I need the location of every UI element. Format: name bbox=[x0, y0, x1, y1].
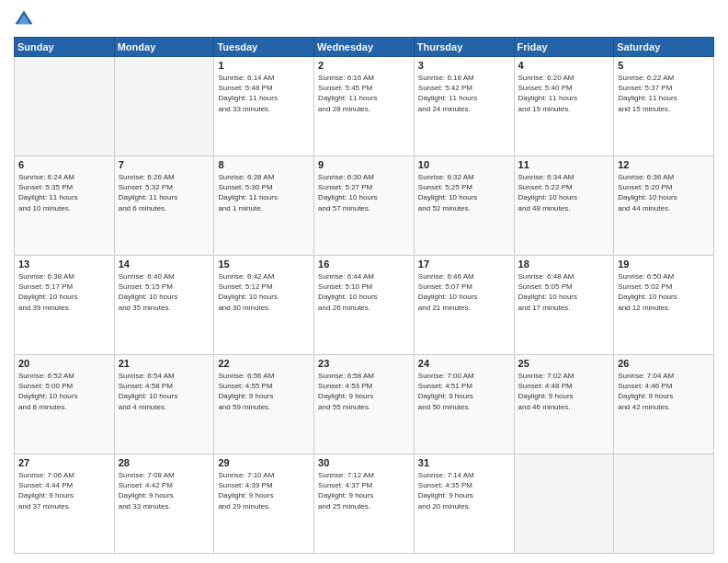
day-info: Sunrise: 6:34 AM Sunset: 5:22 PM Dayligh… bbox=[518, 172, 610, 213]
calendar-cell: 29Sunrise: 7:10 AM Sunset: 4:39 PM Dayli… bbox=[214, 454, 314, 554]
day-info: Sunrise: 6:38 AM Sunset: 5:17 PM Dayligh… bbox=[18, 271, 110, 313]
day-info: Sunrise: 6:28 AM Sunset: 5:30 PM Dayligh… bbox=[218, 172, 310, 213]
weekday-header-friday: Friday bbox=[514, 38, 614, 57]
day-number: 27 bbox=[18, 457, 110, 468]
day-number: 26 bbox=[618, 358, 710, 369]
calendar-cell: 27Sunrise: 7:06 AM Sunset: 4:44 PM Dayli… bbox=[15, 454, 115, 554]
day-number: 18 bbox=[518, 259, 610, 270]
day-info: Sunrise: 6:54 AM Sunset: 4:58 PM Dayligh… bbox=[119, 371, 210, 412]
day-number: 29 bbox=[218, 457, 310, 468]
calendar-cell: 6Sunrise: 6:24 AM Sunset: 5:35 PM Daylig… bbox=[15, 156, 115, 256]
day-info: Sunrise: 6:22 AM Sunset: 5:37 PM Dayligh… bbox=[618, 73, 710, 114]
day-info: Sunrise: 6:24 AM Sunset: 5:35 PM Dayligh… bbox=[18, 172, 110, 213]
day-number: 19 bbox=[618, 259, 710, 270]
calendar-cell: 24Sunrise: 7:00 AM Sunset: 4:51 PM Dayli… bbox=[414, 355, 514, 454]
calendar-cell: 2Sunrise: 6:16 AM Sunset: 5:45 PM Daylig… bbox=[314, 57, 415, 156]
day-info: Sunrise: 6:46 AM Sunset: 5:07 PM Dayligh… bbox=[418, 271, 510, 313]
calendar-cell: 9Sunrise: 6:30 AM Sunset: 5:27 PM Daylig… bbox=[314, 156, 415, 256]
calendar-cell: 31Sunrise: 7:14 AM Sunset: 4:35 PM Dayli… bbox=[414, 454, 514, 554]
logo bbox=[14, 9, 38, 29]
calendar-cell: 23Sunrise: 6:58 AM Sunset: 4:53 PM Dayli… bbox=[314, 355, 415, 454]
week-row-4: 27Sunrise: 7:06 AM Sunset: 4:44 PM Dayli… bbox=[15, 454, 714, 554]
day-number: 10 bbox=[418, 159, 510, 170]
calendar-cell: 14Sunrise: 6:40 AM Sunset: 5:15 PM Dayli… bbox=[114, 256, 214, 355]
day-number: 23 bbox=[318, 358, 410, 369]
calendar-cell: 15Sunrise: 6:42 AM Sunset: 5:12 PM Dayli… bbox=[214, 256, 314, 355]
calendar-cell: 19Sunrise: 6:50 AM Sunset: 5:02 PM Dayli… bbox=[614, 256, 714, 355]
logo-icon bbox=[14, 9, 34, 29]
calendar-cell: 13Sunrise: 6:38 AM Sunset: 5:17 PM Dayli… bbox=[15, 256, 115, 355]
day-number: 13 bbox=[18, 259, 110, 270]
day-info: Sunrise: 6:32 AM Sunset: 5:25 PM Dayligh… bbox=[418, 172, 510, 213]
calendar-cell bbox=[15, 57, 115, 156]
day-number: 1 bbox=[218, 60, 310, 71]
weekday-header-sunday: Sunday bbox=[15, 38, 115, 57]
weekday-header-tuesday: Tuesday bbox=[214, 38, 314, 57]
calendar-cell: 16Sunrise: 6:44 AM Sunset: 5:10 PM Dayli… bbox=[314, 256, 415, 355]
weekday-header-saturday: Saturday bbox=[614, 38, 714, 57]
day-number: 28 bbox=[119, 457, 210, 468]
header bbox=[14, 9, 714, 29]
day-number: 6 bbox=[18, 159, 110, 170]
day-info: Sunrise: 6:48 AM Sunset: 5:05 PM Dayligh… bbox=[518, 271, 610, 313]
day-number: 12 bbox=[618, 159, 710, 170]
calendar-cell bbox=[114, 57, 214, 156]
calendar-cell: 10Sunrise: 6:32 AM Sunset: 5:25 PM Dayli… bbox=[414, 156, 514, 256]
day-info: Sunrise: 6:58 AM Sunset: 4:53 PM Dayligh… bbox=[318, 371, 410, 412]
day-number: 30 bbox=[318, 457, 410, 468]
calendar-cell: 20Sunrise: 6:52 AM Sunset: 5:00 PM Dayli… bbox=[15, 355, 115, 454]
day-number: 15 bbox=[218, 259, 310, 270]
day-number: 11 bbox=[518, 159, 610, 170]
day-info: Sunrise: 6:26 AM Sunset: 5:32 PM Dayligh… bbox=[119, 172, 210, 213]
weekday-header-monday: Monday bbox=[114, 38, 214, 57]
calendar-cell bbox=[514, 454, 614, 554]
week-row-3: 20Sunrise: 6:52 AM Sunset: 5:00 PM Dayli… bbox=[15, 355, 714, 454]
day-info: Sunrise: 6:14 AM Sunset: 5:48 PM Dayligh… bbox=[218, 73, 310, 114]
day-info: Sunrise: 6:18 AM Sunset: 5:42 PM Dayligh… bbox=[418, 73, 510, 114]
calendar-cell: 30Sunrise: 7:12 AM Sunset: 4:37 PM Dayli… bbox=[314, 454, 415, 554]
day-info: Sunrise: 6:44 AM Sunset: 5:10 PM Dayligh… bbox=[318, 271, 410, 313]
calendar: SundayMondayTuesdayWednesdayThursdayFrid… bbox=[14, 37, 714, 554]
calendar-cell: 1Sunrise: 6:14 AM Sunset: 5:48 PM Daylig… bbox=[214, 57, 314, 156]
day-info: Sunrise: 6:36 AM Sunset: 5:20 PM Dayligh… bbox=[618, 172, 710, 213]
day-info: Sunrise: 7:08 AM Sunset: 4:42 PM Dayligh… bbox=[119, 470, 210, 511]
week-row-2: 13Sunrise: 6:38 AM Sunset: 5:17 PM Dayli… bbox=[15, 256, 714, 355]
day-number: 21 bbox=[119, 358, 210, 369]
day-info: Sunrise: 7:10 AM Sunset: 4:39 PM Dayligh… bbox=[218, 470, 310, 511]
day-number: 7 bbox=[119, 159, 210, 170]
day-number: 8 bbox=[218, 159, 310, 170]
day-number: 31 bbox=[418, 457, 510, 468]
day-info: Sunrise: 7:06 AM Sunset: 4:44 PM Dayligh… bbox=[18, 470, 110, 511]
day-number: 20 bbox=[18, 358, 110, 369]
day-info: Sunrise: 6:16 AM Sunset: 5:45 PM Dayligh… bbox=[318, 73, 410, 114]
day-number: 3 bbox=[418, 60, 510, 71]
day-number: 4 bbox=[518, 60, 610, 71]
day-info: Sunrise: 7:12 AM Sunset: 4:37 PM Dayligh… bbox=[318, 470, 410, 511]
day-number: 9 bbox=[318, 159, 410, 170]
day-info: Sunrise: 6:30 AM Sunset: 5:27 PM Dayligh… bbox=[318, 172, 410, 213]
calendar-cell: 17Sunrise: 6:46 AM Sunset: 5:07 PM Dayli… bbox=[414, 256, 514, 355]
calendar-cell: 22Sunrise: 6:56 AM Sunset: 4:55 PM Dayli… bbox=[214, 355, 314, 454]
calendar-cell: 8Sunrise: 6:28 AM Sunset: 5:30 PM Daylig… bbox=[214, 156, 314, 256]
day-number: 16 bbox=[318, 259, 410, 270]
calendar-cell: 26Sunrise: 7:04 AM Sunset: 4:46 PM Dayli… bbox=[614, 355, 714, 454]
day-number: 2 bbox=[318, 60, 410, 71]
day-number: 5 bbox=[618, 60, 710, 71]
day-number: 14 bbox=[119, 259, 210, 270]
weekday-header-row: SundayMondayTuesdayWednesdayThursdayFrid… bbox=[15, 38, 714, 57]
day-info: Sunrise: 7:00 AM Sunset: 4:51 PM Dayligh… bbox=[418, 371, 510, 412]
day-info: Sunrise: 6:50 AM Sunset: 5:02 PM Dayligh… bbox=[618, 271, 710, 313]
calendar-cell: 28Sunrise: 7:08 AM Sunset: 4:42 PM Dayli… bbox=[114, 454, 214, 554]
calendar-cell bbox=[614, 454, 714, 554]
week-row-0: 1Sunrise: 6:14 AM Sunset: 5:48 PM Daylig… bbox=[15, 57, 714, 156]
calendar-cell: 21Sunrise: 6:54 AM Sunset: 4:58 PM Dayli… bbox=[114, 355, 214, 454]
day-info: Sunrise: 7:02 AM Sunset: 4:48 PM Dayligh… bbox=[518, 371, 610, 412]
day-number: 24 bbox=[418, 358, 510, 369]
day-number: 17 bbox=[418, 259, 510, 270]
weekday-header-thursday: Thursday bbox=[414, 38, 514, 57]
calendar-cell: 7Sunrise: 6:26 AM Sunset: 5:32 PM Daylig… bbox=[114, 156, 214, 256]
day-info: Sunrise: 6:20 AM Sunset: 5:40 PM Dayligh… bbox=[518, 73, 610, 114]
calendar-cell: 25Sunrise: 7:02 AM Sunset: 4:48 PM Dayli… bbox=[514, 355, 614, 454]
day-number: 25 bbox=[518, 358, 610, 369]
day-info: Sunrise: 7:14 AM Sunset: 4:35 PM Dayligh… bbox=[418, 470, 510, 511]
